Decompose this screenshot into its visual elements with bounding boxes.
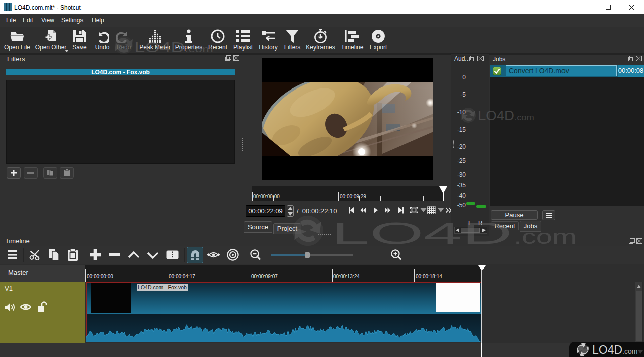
svg-text:.com: .com xyxy=(514,226,577,246)
svg-text:.com: .com xyxy=(514,113,534,122)
svg-text:LO4D: LO4D xyxy=(331,216,512,246)
svg-text:LO4D: LO4D xyxy=(478,108,514,123)
svg-text:LO4D: LO4D xyxy=(134,39,185,55)
svg-text:.com: .com xyxy=(185,44,213,54)
